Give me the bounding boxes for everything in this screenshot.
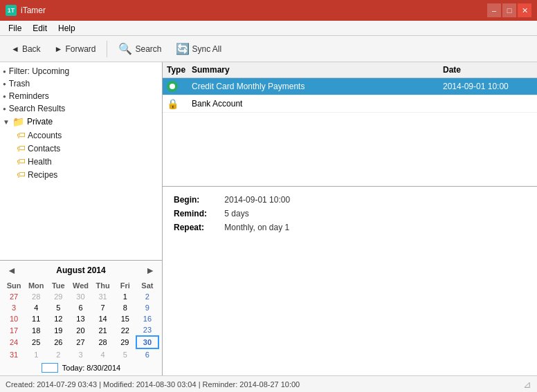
sync-button[interactable]: 🔄 Sync All — [170, 39, 228, 58]
calendar-day[interactable]: 31 — [92, 291, 114, 302]
calendar-day[interactable]: 13 — [69, 313, 91, 324]
calendar-day[interactable]: 24 — [3, 336, 25, 348]
list-row[interactable]: Credit Card Monthly Payments 2014-09-01 … — [163, 78, 537, 95]
calendar-day[interactable]: 27 — [69, 336, 91, 348]
calendar-day[interactable]: 31 — [3, 348, 25, 360]
calendar-day[interactable]: 1 — [114, 291, 136, 302]
detail-remind-label: Remind: — [174, 209, 222, 218]
restore-button[interactable]: □ — [502, 3, 516, 17]
tree-item-recipes[interactable]: 🏷 Recipes — [14, 168, 162, 181]
col-header-date: Date — [443, 65, 533, 75]
left-panel: ● Filter: Upcoming ● Trash ● Reminders ●… — [0, 62, 163, 375]
menu-file[interactable]: File — [3, 22, 27, 35]
calendar-day[interactable]: 7 — [92, 302, 114, 313]
calendar-day[interactable]: 25 — [25, 336, 47, 348]
list-header: Type Summary Date — [163, 62, 537, 78]
calendar-day[interactable]: 12 — [47, 313, 69, 324]
folder-icon: 📁 — [12, 116, 24, 127]
calendar-day[interactable]: 2 — [47, 348, 69, 360]
calendar-day[interactable]: 6 — [136, 348, 158, 360]
menu-edit[interactable]: Edit — [27, 22, 53, 35]
calendar-day[interactable]: 11 — [25, 313, 47, 324]
calendar-prev-button[interactable]: ◄ — [3, 263, 21, 277]
detail-repeat: Repeat: Monthly, on day 1 — [174, 223, 526, 232]
tree-item-accounts[interactable]: 🏷 Accounts — [14, 129, 162, 142]
calendar-next-button[interactable]: ► — [141, 263, 159, 277]
calendar-day[interactable]: 5 — [47, 302, 69, 313]
close-button[interactable]: ✕ — [518, 3, 531, 17]
bullet-icon: ● — [3, 93, 6, 100]
calendar-day[interactable]: 10 — [3, 313, 25, 324]
calendar-day[interactable]: 18 — [25, 324, 47, 336]
calendar-day[interactable]: 4 — [92, 348, 114, 360]
tree-item-label: Trash — [9, 79, 30, 88]
calendar-day[interactable]: 28 — [92, 336, 114, 348]
calendar-day[interactable]: 5 — [114, 348, 136, 360]
tree-item-label: Filter: Upcoming — [9, 66, 69, 76]
forward-arrow-icon: ► — [55, 44, 63, 54]
calendar-day[interactable]: 29 — [47, 291, 69, 302]
detail-begin-label: Begin: — [174, 195, 222, 205]
cal-header-wed: Wed — [69, 280, 91, 291]
search-icon: 🔍 — [118, 42, 132, 55]
calendar-day[interactable]: 2 — [136, 291, 158, 302]
calendar-day[interactable]: 4 — [25, 302, 47, 313]
today-swatch — [42, 363, 58, 373]
tree-item-label: Accounts — [28, 131, 62, 140]
list-row[interactable]: 🔒 Bank Account — [163, 95, 537, 113]
col-header-summary: Summary — [192, 65, 443, 75]
list-area: Type Summary Date Credit Card Monthly Pa… — [163, 62, 537, 187]
calendar-day[interactable]: 28 — [25, 291, 47, 302]
search-button[interactable]: 🔍 Search — [113, 39, 167, 58]
minimize-button[interactable]: – — [487, 3, 501, 17]
calendar-day[interactable]: 21 — [92, 324, 114, 336]
calendar-day[interactable]: 9 — [136, 302, 158, 313]
calendar-day[interactable]: 26 — [47, 336, 69, 348]
tree-item-search-results[interactable]: ● Search Results — [0, 102, 162, 115]
app-icon: 1T — [6, 5, 17, 16]
calendar-day[interactable]: 20 — [69, 324, 91, 336]
tree-item-trash[interactable]: ● Trash — [0, 77, 162, 90]
calendar-day[interactable]: 15 — [114, 313, 136, 324]
calendar-day[interactable]: 16 — [136, 313, 158, 324]
tree-item-private[interactable]: ▼ 📁 Private — [0, 115, 162, 129]
tree-item-reminders[interactable]: ● Reminders — [0, 90, 162, 102]
toolbar-separator-1 — [107, 41, 107, 57]
tree-item-label: Search Results — [9, 104, 65, 113]
menu-help[interactable]: Help — [53, 22, 81, 35]
calendar-day[interactable]: 23 — [136, 324, 158, 336]
detail-remind-value: 5 days — [224, 209, 248, 218]
tree-item-health[interactable]: 🏷 Health — [14, 155, 162, 168]
tree-area: ● Filter: Upcoming ● Trash ● Reminders ●… — [0, 62, 162, 260]
calendar-header: ◄ August 2014 ► — [3, 263, 159, 277]
tree-item-filter-upcoming[interactable]: ● Filter: Upcoming — [0, 65, 162, 77]
calendar-day[interactable]: 3 — [3, 302, 25, 313]
calendar-day[interactable]: 30 — [136, 336, 158, 348]
calendar-day[interactable]: 22 — [114, 324, 136, 336]
calendar-day[interactable]: 14 — [92, 313, 114, 324]
calendar-day[interactable]: 3 — [69, 348, 91, 360]
calendar-day[interactable]: 19 — [47, 324, 69, 336]
forward-button[interactable]: ► Forward — [49, 41, 102, 57]
tag-icon: 🏷 — [17, 156, 26, 167]
forward-label: Forward — [65, 44, 95, 54]
bullet-icon: ● — [3, 81, 6, 87]
status-bar: Created: 2014-07-29 03:43 | Modified: 20… — [0, 375, 537, 392]
back-button[interactable]: ◄ Back — [6, 41, 46, 57]
lock-icon: 🔒 — [167, 98, 179, 109]
back-label: Back — [22, 44, 41, 54]
cal-header-mon: Mon — [25, 280, 47, 291]
calendar-day[interactable]: 1 — [25, 348, 47, 360]
calendar-day[interactable]: 6 — [69, 302, 91, 313]
resize-handle[interactable]: ⊿ — [523, 379, 531, 390]
tree-item-label: Health — [28, 157, 52, 167]
row-date: 2014-09-01 10:00 — [443, 82, 533, 91]
calendar-today-row: Today: 8/30/2014 — [3, 363, 159, 373]
calendar-day[interactable]: 27 — [3, 291, 25, 302]
calendar-day[interactable]: 30 — [69, 291, 91, 302]
calendar-day[interactable]: 29 — [114, 336, 136, 348]
calendar-day[interactable]: 17 — [3, 324, 25, 336]
menu-bar: File Edit Help — [0, 21, 537, 36]
tree-item-contacts[interactable]: 🏷 Contacts — [14, 142, 162, 155]
calendar-day[interactable]: 8 — [114, 302, 136, 313]
